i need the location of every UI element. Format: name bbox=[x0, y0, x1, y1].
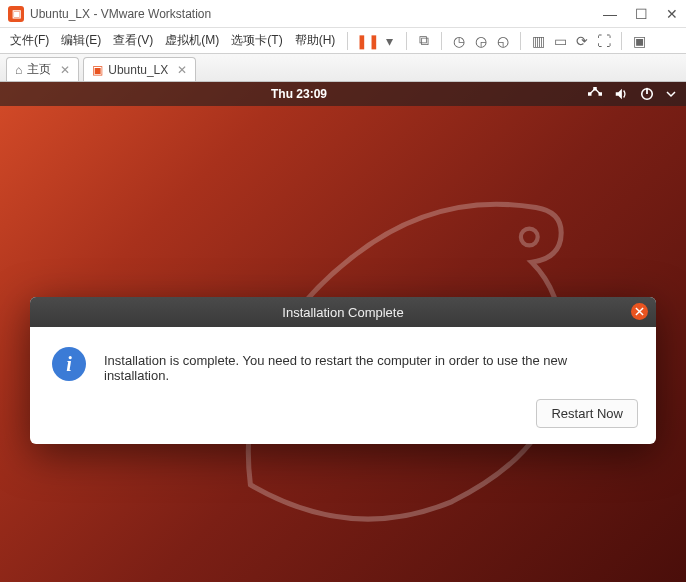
menu-edit[interactable]: 编辑(E) bbox=[57, 30, 105, 51]
vmware-app-icon: ▣ bbox=[8, 6, 24, 22]
tab-bar: ⌂ 主页 ✕ ▣ Ubuntu_LX ✕ bbox=[0, 54, 686, 82]
installation-complete-dialog: Installation Complete i Installation is … bbox=[30, 297, 656, 444]
dialog-close-button[interactable] bbox=[631, 303, 648, 320]
layout2-icon[interactable]: ▭ bbox=[551, 33, 569, 49]
chevron-down-icon bbox=[666, 89, 676, 99]
menu-tabs[interactable]: 选项卡(T) bbox=[227, 30, 286, 51]
menu-file[interactable]: 文件(F) bbox=[6, 30, 53, 51]
menu-bar: 文件(F) 编辑(E) 查看(V) 虚拟机(M) 选项卡(T) 帮助(H) ❚❚… bbox=[0, 28, 686, 54]
menu-view[interactable]: 查看(V) bbox=[109, 30, 157, 51]
pause-icon[interactable]: ❚❚ bbox=[356, 33, 374, 49]
ubuntu-system-tray[interactable] bbox=[588, 87, 676, 101]
library-icon[interactable]: ▣ bbox=[630, 33, 648, 49]
tab-close-icon[interactable]: ✕ bbox=[177, 63, 187, 77]
window-controls: — ☐ ✕ bbox=[603, 6, 678, 22]
ubuntu-top-panel: Thu 23:09 bbox=[0, 82, 686, 106]
maximize-button[interactable]: ☐ bbox=[635, 6, 648, 22]
clock3-icon[interactable]: ◵ bbox=[494, 33, 512, 49]
tab-home-label: 主页 bbox=[27, 61, 51, 78]
svg-rect-5 bbox=[646, 88, 648, 94]
window-titlebar: ▣ Ubuntu_LX - VMware Workstation — ☐ ✕ bbox=[0, 0, 686, 28]
unity-icon[interactable]: ⟳ bbox=[573, 33, 591, 49]
volume-icon bbox=[614, 87, 628, 101]
ubuntu-clock[interactable]: Thu 23:09 bbox=[10, 87, 588, 101]
fullscreen-icon[interactable]: ⛶ bbox=[595, 33, 613, 49]
network-icon bbox=[588, 87, 602, 101]
minimize-button[interactable]: — bbox=[603, 6, 617, 22]
dialog-titlebar[interactable]: Installation Complete bbox=[30, 297, 656, 327]
info-icon: i bbox=[52, 347, 86, 381]
power-icon bbox=[640, 87, 654, 101]
dialog-message: Installation is complete. You need to re… bbox=[104, 347, 634, 383]
tab-home[interactable]: ⌂ 主页 ✕ bbox=[6, 57, 79, 81]
dialog-body: i Installation is complete. You need to … bbox=[30, 327, 656, 399]
layout1-icon[interactable]: ▥ bbox=[529, 33, 547, 49]
clock2-icon[interactable]: ◶ bbox=[472, 33, 490, 49]
snapshot-icon[interactable]: ⧉ bbox=[415, 32, 433, 49]
clock1-icon[interactable]: ◷ bbox=[450, 33, 468, 49]
dropdown-icon[interactable]: ▾ bbox=[380, 33, 398, 49]
vm-tab-icon: ▣ bbox=[92, 63, 103, 77]
menu-vm[interactable]: 虚拟机(M) bbox=[161, 30, 223, 51]
window-title: Ubuntu_LX - VMware Workstation bbox=[30, 7, 603, 21]
vm-guest-display[interactable]: Thu 23:09 Installation Complete i Instal… bbox=[0, 82, 686, 582]
menu-help[interactable]: 帮助(H) bbox=[291, 30, 340, 51]
tab-close-icon[interactable]: ✕ bbox=[60, 63, 70, 77]
toolbar-power-group: ❚❚ ▾ bbox=[356, 33, 398, 49]
home-icon: ⌂ bbox=[15, 63, 22, 77]
tab-vm[interactable]: ▣ Ubuntu_LX ✕ bbox=[83, 57, 196, 81]
dialog-title: Installation Complete bbox=[282, 305, 403, 320]
close-icon bbox=[635, 307, 644, 316]
tab-vm-label: Ubuntu_LX bbox=[108, 63, 168, 77]
separator bbox=[406, 32, 407, 50]
svg-point-0 bbox=[521, 229, 538, 246]
dialog-footer: Restart Now bbox=[30, 399, 656, 444]
separator bbox=[441, 32, 442, 50]
separator bbox=[347, 32, 348, 50]
restart-now-button[interactable]: Restart Now bbox=[536, 399, 638, 428]
close-button[interactable]: ✕ bbox=[666, 6, 678, 22]
separator bbox=[520, 32, 521, 50]
separator bbox=[621, 32, 622, 50]
